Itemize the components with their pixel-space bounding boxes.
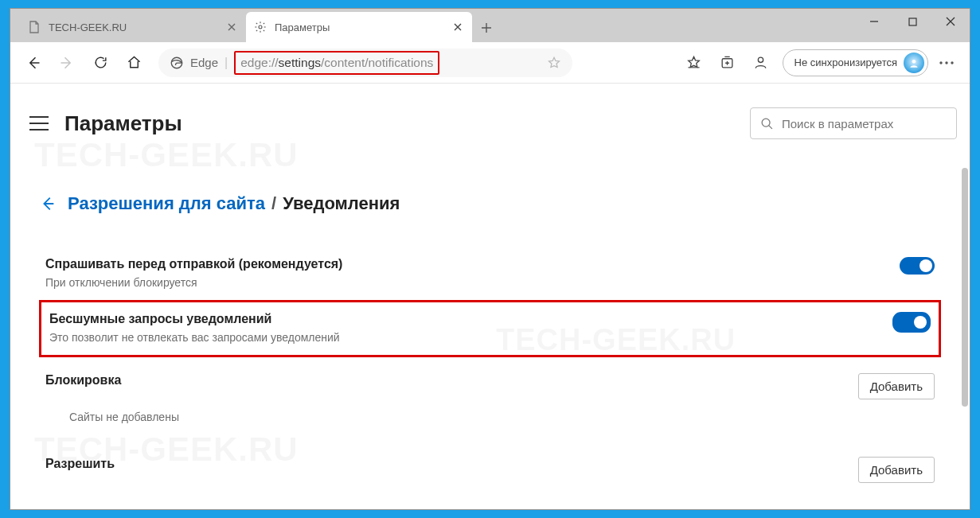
toolbar: Edge | edge://settings/content/notificat… (10, 42, 970, 84)
content-area: Параметры Поиск в параметрах Разрешения … (10, 84, 970, 509)
settings-header: Параметры Поиск в параметрах (23, 84, 957, 157)
address-bar[interactable]: Edge | edge://settings/content/notificat… (158, 49, 572, 77)
forward-button[interactable] (52, 48, 82, 78)
setting-allow: Разрешить Добавить (39, 434, 941, 494)
favorite-icon[interactable] (547, 56, 561, 70)
sync-button[interactable]: Не синхронизируется (783, 49, 928, 76)
tab-techgeek[interactable]: TECH-GEEK.RU (20, 12, 246, 42)
avatar (904, 53, 924, 73)
page-icon (28, 21, 41, 33)
breadcrumb: Разрешения для сайта / Уведомления (39, 193, 941, 214)
svg-point-9 (762, 119, 770, 127)
setting-label: Блокировка (45, 373, 858, 388)
page-title: Параметры (64, 111, 182, 136)
tab-settings[interactable]: Параметры (246, 12, 472, 42)
svg-point-6 (939, 61, 942, 64)
profile-icon[interactable] (746, 48, 776, 78)
breadcrumb-parent[interactable]: Разрешения для сайта (68, 193, 265, 214)
window-controls (855, 9, 970, 34)
close-button[interactable] (931, 9, 970, 34)
sync-label: Не синхронизируется (795, 56, 897, 68)
breadcrumb-separator: / (271, 193, 276, 214)
maximize-button[interactable] (893, 9, 931, 34)
block-empty: Сайты не добавлены (39, 411, 941, 434)
svg-rect-1 (909, 18, 916, 25)
browser-window: TECH-GEEK.RU TECH-GEEK.RU TECH-GEEK.RU T… (10, 8, 970, 510)
reload-button[interactable] (85, 48, 115, 78)
search-icon (760, 117, 774, 130)
svg-point-8 (951, 61, 953, 64)
toggle-silent[interactable] (892, 312, 931, 333)
setting-block: Блокировка Добавить (39, 357, 941, 411)
settings-page: Параметры Поиск в параметрах Разрешения … (10, 84, 970, 509)
new-tab-button[interactable] (472, 14, 501, 42)
settings-body: Разрешения для сайта / Уведомления Спраш… (23, 157, 957, 494)
collections-button[interactable] (713, 48, 743, 78)
setting-ask-before-send: Спрашивать перед отправкой (рекомендуетс… (39, 247, 941, 300)
add-block-button[interactable]: Добавить (858, 373, 935, 399)
tab-label: Параметры (275, 21, 330, 33)
overflow-menu-button[interactable] (931, 48, 962, 78)
hamburger-icon[interactable] (29, 116, 49, 130)
close-icon[interactable] (225, 21, 238, 33)
tab-label: TECH-GEEK.RU (49, 21, 127, 33)
toggle-ask[interactable] (900, 257, 935, 275)
separator: | (225, 56, 228, 70)
search-placeholder: Поиск в параметрах (782, 117, 893, 130)
block-empty-text: Сайты не добавлены (45, 411, 179, 423)
tabstrip: TECH-GEEK.RU Параметры (10, 9, 970, 42)
setting-label: Бесшумные запросы уведомлений (49, 312, 892, 326)
back-button[interactable] (18, 48, 49, 78)
setting-silent-requests: Бесшумные запросы уведомлений Это позвол… (39, 300, 941, 357)
toolbar-actions: Не синхронизируется (679, 48, 962, 78)
setting-label: Спрашивать перед отправкой (рекомендуетс… (45, 257, 900, 271)
favorites-button[interactable] (679, 48, 709, 78)
edge-icon (170, 56, 184, 70)
gear-icon (254, 21, 267, 33)
home-button[interactable] (119, 48, 149, 78)
setting-description: При отключении блокируется (45, 276, 900, 289)
setting-description: Это позволит не отвлекать вас запросами … (49, 331, 892, 344)
svg-point-4 (758, 57, 763, 62)
add-allow-button[interactable]: Добавить (858, 457, 935, 483)
svg-point-5 (912, 59, 916, 63)
breadcrumb-back-icon[interactable] (39, 195, 57, 212)
scrollbar[interactable] (962, 168, 968, 407)
svg-point-0 (259, 25, 262, 29)
setting-label: Разрешить (45, 457, 858, 471)
minimize-button[interactable] (855, 9, 893, 34)
url-display: edge://settings/content/notifications (234, 51, 439, 75)
settings-search[interactable]: Поиск в параметрах (750, 107, 957, 139)
breadcrumb-current: Уведомления (283, 193, 400, 214)
address-brand: Edge (190, 56, 218, 69)
svg-point-7 (945, 61, 947, 64)
close-icon[interactable] (451, 21, 464, 33)
